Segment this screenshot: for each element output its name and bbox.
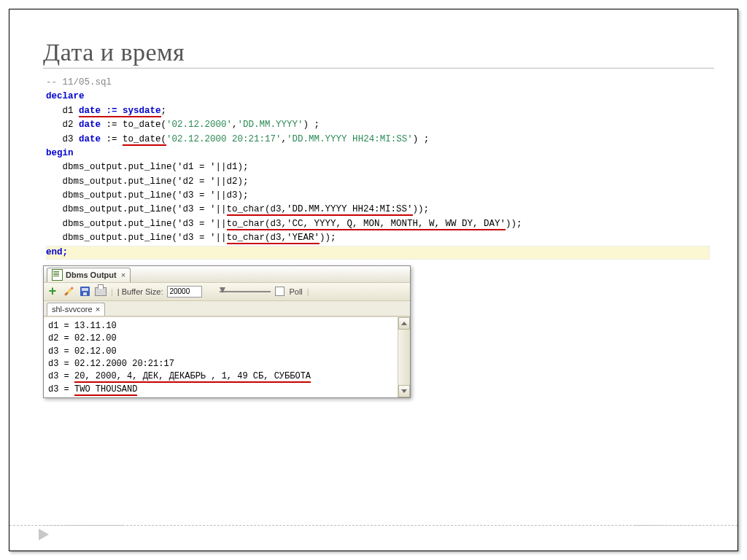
out-2: d2 = 02.12.00	[48, 333, 117, 343]
play-marker-icon	[39, 529, 49, 540]
scroll-up-button[interactable]	[398, 317, 410, 330]
d1-underlined: date := sysdate	[79, 106, 161, 117]
output-area: d1 = 13.11.10 d2 = 02.12.00 d3 = 02.12.0…	[44, 316, 410, 397]
connection-tab[interactable]: shl-svvcore ×	[47, 303, 105, 316]
d3-comma: ,	[282, 134, 287, 144]
document-icon	[52, 269, 63, 281]
chevron-down-icon	[401, 389, 407, 393]
code-comment: -- 11/05.sql	[46, 77, 112, 88]
buffer-size-input[interactable]	[167, 286, 202, 298]
out-5-u: 20, 2000, 4, ДЕК, ДЕКАБРЬ , 1, 49 СБ, СУ…	[74, 371, 311, 383]
d3-mid: :=	[101, 134, 123, 144]
declare-kw: declare	[46, 91, 85, 101]
footer-dashed-line	[9, 525, 738, 526]
d3-str1: '02.12.2000 20:21:17'	[166, 134, 282, 144]
chevron-up-icon	[401, 322, 407, 325]
buffer-size-label: | Buffer Size:	[117, 287, 163, 296]
d3-underlined: to_date(	[123, 134, 166, 146]
put-line-2: dbms_output.put_line('d2 = '||d2);	[46, 176, 249, 187]
close-connection-icon[interactable]: ×	[96, 305, 100, 314]
print-icon[interactable]	[95, 286, 107, 298]
sql-code-block: -- 11/05.sql declare d1 date := sysdate;…	[43, 74, 714, 261]
put-line-5-pre: dbms_output.put_line('d3 = '||	[46, 219, 227, 229]
out-5-pre: d3 =	[48, 371, 74, 381]
add-icon[interactable]: +	[47, 286, 58, 298]
put-line-4-post: ));	[413, 204, 430, 214]
dbms-output-tab[interactable]: Dbms Output ×	[47, 268, 131, 282]
title-divider	[43, 68, 714, 69]
out-6-pre: d3 =	[48, 384, 74, 394]
d3-str2: 'DD.MM.YYYY HH24:MI:SS'	[287, 134, 413, 144]
scrollbar-track[interactable]	[398, 330, 410, 385]
put-line-6-post: ));	[320, 233, 336, 243]
put-line-6-pre: dbms_output.put_line('d3 = '||	[46, 233, 227, 243]
edit-icon[interactable]	[63, 286, 74, 298]
save-icon[interactable]	[79, 286, 90, 298]
put-line-6-u: to_char(d3,'YEAR'	[227, 233, 320, 244]
dbms-toolbar: + | | Buffer Size: Poll |	[44, 282, 410, 301]
begin-kw: begin	[46, 148, 74, 158]
d3-end: ) ;	[413, 134, 430, 144]
d3-type: date	[79, 134, 101, 144]
put-line-5-post: ));	[506, 219, 522, 229]
connection-tab-label: shl-svvcore	[52, 305, 93, 314]
end-kw: end;	[46, 247, 68, 257]
dbms-output-tab-label: Dbms Output	[66, 271, 117, 279]
toolbar-separator-2: |	[307, 287, 309, 296]
out-4: d3 = 02.12.2000 20:21:17	[48, 359, 174, 369]
d2-pre: d2	[46, 120, 79, 130]
d1-pre: d1	[46, 106, 79, 116]
slider-knob-icon[interactable]	[220, 287, 225, 293]
poll-slider[interactable]	[220, 291, 271, 292]
out-1: d1 = 13.11.10	[48, 321, 117, 331]
put-line-1: dbms_output.put_line('d1 = '||d1);	[46, 162, 249, 172]
d3-pre: d3	[46, 134, 79, 144]
out-6-u: TWO THOUSAND	[74, 384, 137, 396]
d2-mid: := to_date(	[101, 120, 166, 130]
toolbar-separator: |	[111, 287, 113, 296]
poll-label: Poll	[289, 287, 302, 296]
put-line-3: dbms_output.put_line('d3 = '||d3);	[46, 190, 249, 201]
d2-comma: ,	[232, 120, 238, 130]
connection-tab-row: shl-svvcore ×	[44, 301, 410, 316]
put-line-4-pre: dbms_output.put_line('d3 = '||	[46, 204, 227, 214]
put-line-5-u: to_char(d3,'CC, YYYY, Q, MON, MONTH, W, …	[227, 219, 506, 230]
close-tab-icon[interactable]: ×	[121, 271, 125, 279]
poll-checkbox[interactable]	[275, 287, 285, 296]
dbms-output-panel: Dbms Output × + | | Buffer Size: Poll | …	[43, 265, 411, 398]
output-text: d1 = 13.11.10 d2 = 02.12.00 d3 = 02.12.0…	[44, 317, 410, 397]
put-line-4-u: to_char(d3,'DD.MM.YYYY HH24:MI:SS'	[227, 204, 413, 216]
d2-str2: 'DD.MM.YYYY'	[238, 120, 303, 130]
vertical-scrollbar[interactable]	[398, 317, 410, 397]
d1-post: ;	[161, 106, 167, 116]
d2-end: ) ;	[303, 120, 320, 130]
out-3: d3 = 02.12.00	[48, 346, 117, 357]
d2-type: date	[79, 120, 101, 130]
slide-title: Дата и время	[43, 39, 714, 66]
slide: Дата и время -- 11/05.sql declare d1 dat…	[9, 9, 738, 551]
panel-tab-row: Dbms Output ×	[44, 266, 410, 282]
scroll-down-button[interactable]	[398, 385, 410, 397]
d2-str1: '02.12.2000'	[166, 120, 232, 130]
